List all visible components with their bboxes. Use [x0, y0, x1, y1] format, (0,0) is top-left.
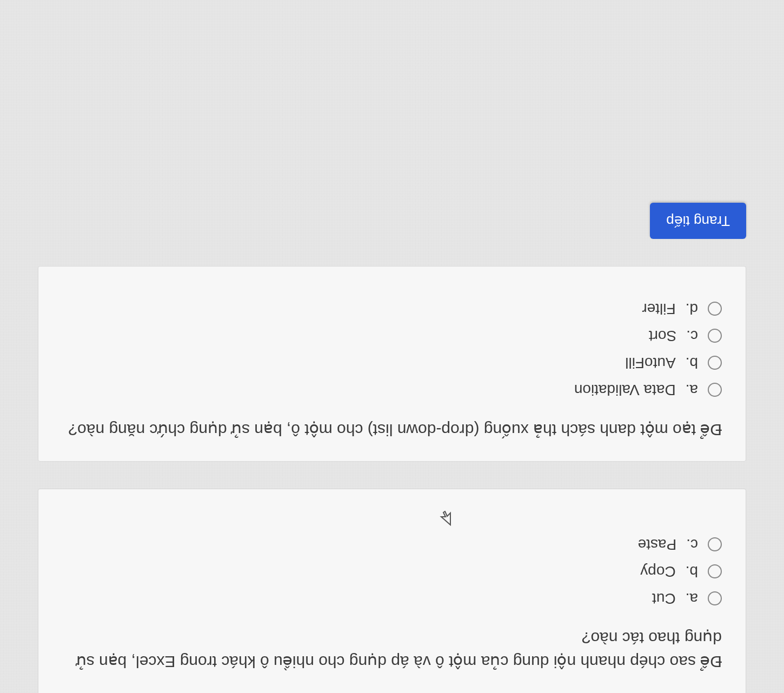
- quiz-container: Để sao chép nhanh nội dung của một ô và …: [0, 203, 784, 694]
- option-letter: a.: [686, 382, 698, 399]
- option-letter: b.: [686, 563, 698, 580]
- option-letter: a.: [686, 590, 698, 607]
- option-label: b.AutoFill: [625, 355, 698, 372]
- radio-icon[interactable]: [708, 564, 722, 578]
- option-c[interactable]: c.Sort: [62, 328, 722, 345]
- option-letter: c.: [686, 328, 698, 345]
- option-a[interactable]: a.Cut: [62, 590, 722, 607]
- nav-bar: Trang tiếp: [38, 203, 746, 239]
- question-text: Để tạo một danh sách thả xuống (drop-dow…: [62, 418, 722, 442]
- radio-icon[interactable]: [708, 356, 722, 370]
- question-card-2: Để tạo một danh sách thả xuống (drop-dow…: [38, 266, 746, 462]
- option-b[interactable]: b.Copy: [62, 563, 722, 580]
- option-letter: b.: [686, 355, 698, 372]
- option-text: Filter: [642, 301, 675, 318]
- question-card-1: Để sao chép nhanh nội dung của một ô và …: [38, 489, 746, 693]
- option-text: Cut: [652, 590, 676, 607]
- option-label: a.Cut: [652, 590, 698, 607]
- option-text: AutoFill: [625, 355, 675, 372]
- option-label: b.Copy: [640, 563, 698, 580]
- option-label: c.Paste: [638, 536, 698, 553]
- cursor-icon: [438, 513, 451, 526]
- question-text: Để sao chép nhanh nội dung của một ô và …: [62, 627, 722, 674]
- option-a[interactable]: a.Data Validation: [62, 382, 722, 399]
- option-label: d.Filter: [642, 301, 698, 318]
- option-letter: c.: [686, 536, 698, 553]
- radio-icon[interactable]: [708, 329, 722, 343]
- option-text: Paste: [638, 536, 677, 553]
- radio-icon[interactable]: [708, 591, 722, 605]
- radio-icon[interactable]: [708, 302, 722, 316]
- option-label: c.Sort: [649, 328, 698, 345]
- radio-icon[interactable]: [708, 537, 722, 551]
- option-text: Copy: [640, 563, 675, 580]
- option-text: Sort: [649, 328, 676, 345]
- option-b[interactable]: b.AutoFill: [62, 355, 722, 372]
- radio-icon[interactable]: [708, 383, 722, 397]
- option-text: Data Validation: [574, 382, 676, 399]
- option-letter: d.: [686, 301, 698, 318]
- option-c[interactable]: c.Paste: [62, 536, 722, 553]
- next-page-button[interactable]: Trang tiếp: [650, 203, 746, 239]
- option-d[interactable]: d.Filter: [62, 301, 722, 318]
- option-label: a.Data Validation: [574, 382, 698, 399]
